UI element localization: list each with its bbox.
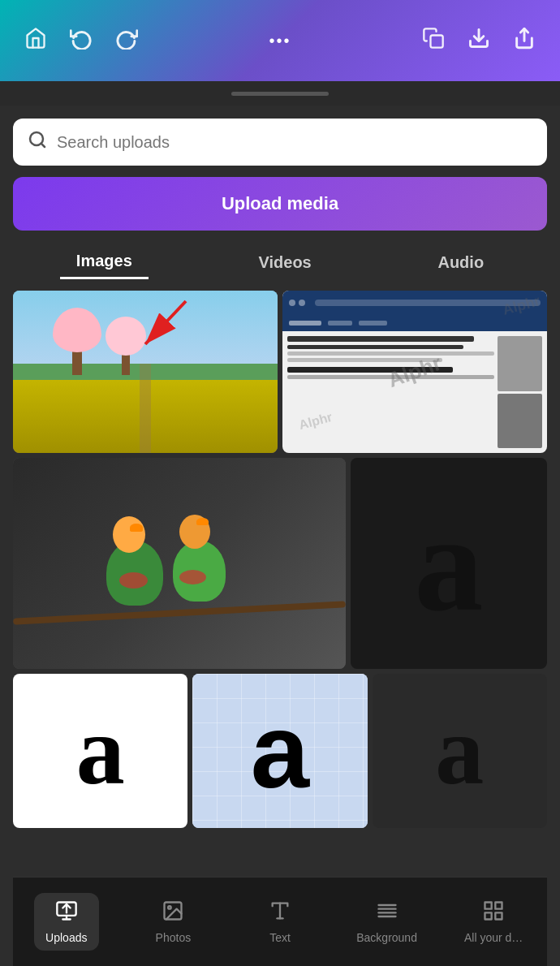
search-icon bbox=[28, 130, 47, 154]
nav-label-uploads: Uploads bbox=[45, 931, 87, 944]
letter-a-blue-image[interactable]: a bbox=[192, 674, 367, 828]
main-content: Upload media Images Videos Audio bbox=[0, 106, 560, 966]
letter-a-blue: a bbox=[251, 698, 309, 804]
tab-images[interactable]: Images bbox=[60, 245, 149, 279]
lovebirds-image[interactable] bbox=[13, 458, 346, 669]
grid-row-1: Alphr Alphr Alphr bbox=[13, 291, 547, 453]
nav-item-allyour[interactable]: All your d… bbox=[461, 899, 526, 944]
article-screenshot-image[interactable]: Alphr Alphr Alphr bbox=[282, 291, 547, 453]
notch-bar bbox=[231, 92, 329, 96]
tab-videos[interactable]: Videos bbox=[243, 247, 328, 278]
svg-rect-18 bbox=[496, 903, 502, 909]
letter-a-dark-image[interactable]: a bbox=[351, 458, 547, 669]
image-grid: Alphr Alphr Alphr bbox=[13, 291, 547, 877]
photos-icon bbox=[162, 899, 184, 928]
more-options-icon[interactable]: ••• bbox=[269, 32, 291, 50]
undo-icon[interactable] bbox=[70, 27, 93, 54]
uploads-icon bbox=[55, 899, 78, 928]
top-bar-left-icons bbox=[24, 27, 138, 54]
nav-label-photos: Photos bbox=[156, 931, 192, 944]
nav-item-text[interactable]: Text bbox=[248, 899, 312, 944]
tabs-container: Images Videos Audio bbox=[13, 245, 547, 279]
nav-label-allyour: All your d… bbox=[464, 931, 523, 944]
home-icon[interactable] bbox=[24, 27, 47, 54]
nav-item-uploads[interactable]: Uploads bbox=[34, 893, 99, 951]
top-bar-center: ••• bbox=[269, 32, 291, 50]
text-icon bbox=[269, 899, 291, 928]
letter-a-dark: a bbox=[415, 494, 484, 632]
nav-item-background[interactable]: Background bbox=[355, 899, 420, 944]
spring-landscape-image[interactable] bbox=[13, 291, 278, 453]
grid-row-3: a a a bbox=[13, 674, 547, 828]
redo-icon[interactable] bbox=[115, 27, 138, 54]
bottom-nav: Uploads Photos Text bbox=[13, 877, 547, 966]
tab-audio[interactable]: Audio bbox=[421, 247, 500, 278]
svg-rect-19 bbox=[485, 912, 492, 919]
download-icon[interactable] bbox=[467, 27, 490, 54]
allyour-icon bbox=[482, 899, 505, 928]
top-bar: ••• bbox=[0, 0, 560, 81]
svg-rect-0 bbox=[430, 36, 442, 48]
upload-media-button[interactable]: Upload media bbox=[13, 177, 547, 231]
letter-a-white-image[interactable]: a bbox=[13, 674, 187, 828]
svg-rect-17 bbox=[485, 903, 492, 909]
svg-point-10 bbox=[169, 906, 172, 909]
copy-icon[interactable] bbox=[422, 27, 445, 54]
background-icon bbox=[376, 899, 398, 928]
letter-a-dark2: a bbox=[435, 702, 484, 800]
nav-label-background: Background bbox=[356, 931, 417, 944]
letter-a-white: a bbox=[76, 702, 125, 800]
grid-row-2: a bbox=[13, 458, 547, 669]
search-bar[interactable] bbox=[13, 119, 547, 166]
svg-line-4 bbox=[41, 144, 45, 147]
letter-a-dark2-image[interactable]: a bbox=[373, 674, 547, 828]
nav-item-photos[interactable]: Photos bbox=[140, 899, 205, 944]
svg-rect-20 bbox=[496, 912, 502, 919]
top-bar-right-icons bbox=[422, 27, 536, 54]
share-icon[interactable] bbox=[513, 27, 536, 54]
search-input[interactable] bbox=[57, 133, 532, 152]
notch-area bbox=[0, 81, 560, 106]
nav-label-text: Text bbox=[269, 931, 291, 944]
